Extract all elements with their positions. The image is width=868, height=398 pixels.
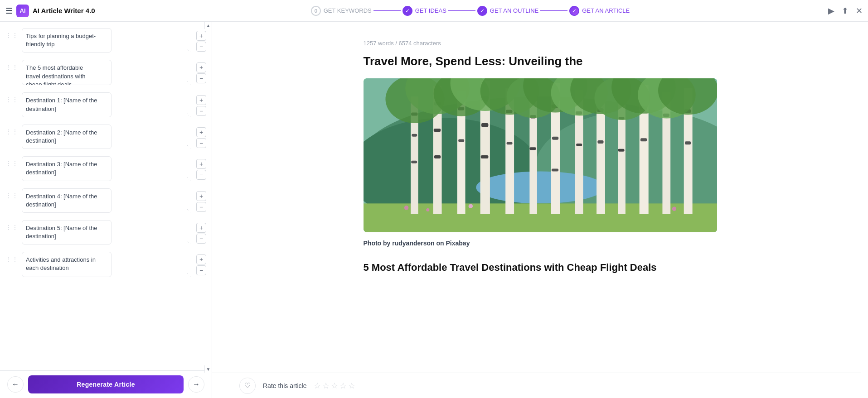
add-item-button[interactable]: + xyxy=(196,62,206,72)
list-item: ⋮⋮ Tips for planning a budget-friendly t… xyxy=(0,25,212,57)
remove-item-button[interactable]: − xyxy=(196,234,206,244)
item-actions: + − xyxy=(196,188,206,212)
add-item-button[interactable]: + xyxy=(196,127,206,137)
app-logo: AI xyxy=(16,5,29,17)
star-4[interactable]: ☆ xyxy=(339,381,347,391)
step-keywords[interactable]: 0 GET KEYWORDS xyxy=(311,6,372,16)
remove-item-button[interactable]: − xyxy=(196,170,206,180)
list-item: ⋮⋮ Destination 3: [Name of the destinati… xyxy=(0,153,212,185)
drag-handle[interactable]: ⋮⋮ xyxy=(5,92,18,103)
heart-button[interactable]: ♡ xyxy=(239,378,256,394)
remove-item-button[interactable]: − xyxy=(196,106,206,116)
step-line-2 xyxy=(448,10,475,11)
svg-point-8 xyxy=(468,204,472,208)
item-actions: + − xyxy=(196,28,206,52)
outline-input-1[interactable]: Tips for planning a budget-friendly trip xyxy=(22,28,112,53)
step-outline[interactable]: ✓ GET AN OUTLINE xyxy=(477,6,538,16)
add-item-button[interactable]: + xyxy=(196,254,206,264)
close-icon[interactable]: ✕ xyxy=(856,6,863,16)
remove-item-button[interactable]: − xyxy=(196,265,206,275)
header: ☰ AI AI Article Writer 4.0 0 GET KEYWORD… xyxy=(0,0,868,22)
article-content: 1257 words / 6574 characters Travel More… xyxy=(336,22,744,328)
article-title: Travel More, Spend Less: Unveiling the xyxy=(364,54,717,69)
resize-handle[interactable]: ⋱ xyxy=(187,209,191,213)
svg-rect-52 xyxy=(685,141,691,144)
left-panel: ⋮⋮ Tips for planning a budget-friendly t… xyxy=(0,22,212,398)
drag-handle[interactable]: ⋮⋮ xyxy=(5,220,18,231)
outline-input-2[interactable]: The 5 most affordable travel destination… xyxy=(22,60,112,85)
step-article[interactable]: ✓ GET AN ARTICLE xyxy=(569,6,630,16)
star-2[interactable]: ☆ xyxy=(322,381,330,391)
drag-handle[interactable]: ⋮⋮ xyxy=(5,252,18,263)
rate-label: Rate this article xyxy=(263,382,306,389)
outline-input-3[interactable]: Destination 1: [Name of the destination] xyxy=(22,92,112,117)
forward-button[interactable]: → xyxy=(188,376,204,393)
outline-list: ⋮⋮ Tips for planning a budget-friendly t… xyxy=(0,22,212,370)
word-count: 1257 words / 6574 characters xyxy=(364,40,717,47)
step-label-article: GET AN ARTICLE xyxy=(582,7,630,14)
step-line-1 xyxy=(373,10,401,11)
svg-point-7 xyxy=(426,208,429,211)
svg-point-9 xyxy=(672,206,676,211)
resize-handle[interactable]: ⋱ xyxy=(187,273,191,278)
bottom-controls: ← Regenerate Article → xyxy=(0,370,212,398)
add-item-button[interactable]: + xyxy=(196,191,206,201)
article-image xyxy=(364,78,717,232)
resize-handle[interactable]: ⋱ xyxy=(187,48,191,53)
remove-item-button[interactable]: − xyxy=(196,202,206,212)
star-3[interactable]: ☆ xyxy=(331,381,338,391)
remove-item-button[interactable]: − xyxy=(196,73,206,83)
drag-handle[interactable]: ⋮⋮ xyxy=(5,28,18,39)
resize-handle[interactable]: ⋱ xyxy=(187,240,191,245)
resize-handle[interactable]: ⋱ xyxy=(187,81,191,86)
resize-handle[interactable]: ⋱ xyxy=(187,113,191,118)
add-item-button[interactable]: + xyxy=(196,95,206,105)
regenerate-button[interactable]: Regenerate Article xyxy=(28,375,184,393)
remove-item-button[interactable]: − xyxy=(196,138,206,148)
drag-handle[interactable]: ⋮⋮ xyxy=(5,188,18,199)
scroll-down-arrow[interactable]: ▼ xyxy=(204,365,212,373)
add-item-button[interactable]: + xyxy=(196,223,206,233)
play-icon[interactable]: ▶ xyxy=(828,6,834,16)
resize-handle[interactable]: ⋱ xyxy=(187,145,191,149)
drag-handle[interactable]: ⋮⋮ xyxy=(5,60,18,71)
outline-input-4[interactable]: Destination 2: [Name of the destination] xyxy=(22,125,112,149)
back-button[interactable]: ← xyxy=(7,376,24,393)
remove-item-button[interactable]: − xyxy=(196,42,206,52)
outline-input-6[interactable]: Destination 4: [Name of the destination] xyxy=(22,188,112,213)
item-wrapper: The 5 most affordable travel destination… xyxy=(22,60,193,87)
resize-handle[interactable]: ⋱ xyxy=(187,177,191,182)
header-left: ☰ AI AI Article Writer 4.0 xyxy=(5,5,132,17)
upload-icon[interactable]: ⬆ xyxy=(842,6,849,16)
star-1[interactable]: ☆ xyxy=(314,381,321,391)
list-item: ⋮⋮ Destination 1: [Name of the destinati… xyxy=(0,90,212,121)
item-actions: + − xyxy=(196,125,206,148)
add-item-button[interactable]: + xyxy=(196,31,206,41)
outline-input-5[interactable]: Destination 3: [Name of the destination] xyxy=(22,156,112,181)
drag-handle[interactable]: ⋮⋮ xyxy=(5,156,18,167)
star-5[interactable]: ☆ xyxy=(348,381,355,391)
step-circle-article: ✓ xyxy=(569,6,579,16)
step-label-keywords: GET KEYWORDS xyxy=(324,7,372,14)
step-ideas[interactable]: ✓ GET IDEAS xyxy=(402,6,446,16)
add-item-button[interactable]: + xyxy=(196,159,206,169)
item-actions: + − xyxy=(196,92,206,116)
svg-rect-17 xyxy=(433,129,440,132)
item-wrapper: Destination 1: [Name of the destination]… xyxy=(22,92,193,119)
outline-input-8[interactable]: Activities and attractions in each desti… xyxy=(22,252,112,277)
scroll-up-arrow[interactable]: ▲ xyxy=(204,22,212,29)
list-item: ⋮⋮ Destination 5: [Name of the destinati… xyxy=(0,217,212,249)
rating-bar: ♡ Rate this article ☆ ☆ ☆ ☆ ☆ xyxy=(212,373,861,398)
menu-icon[interactable]: ☰ xyxy=(5,6,13,16)
header-right: ▶ ⬆ ✕ xyxy=(808,6,863,16)
step-label-outline: GET AN OUTLINE xyxy=(490,7,538,14)
svg-rect-47 xyxy=(640,138,647,141)
item-wrapper: Destination 2: [Name of the destination]… xyxy=(22,125,193,151)
drag-handle[interactable]: ⋮⋮ xyxy=(5,125,18,135)
app-title: AI Article Writer 4.0 xyxy=(33,7,95,14)
svg-rect-28 xyxy=(506,142,512,144)
svg-point-6 xyxy=(404,206,408,210)
item-wrapper: Destination 3: [Name of the destination]… xyxy=(22,156,193,182)
step-line-3 xyxy=(540,10,567,11)
outline-input-7[interactable]: Destination 5: [Name of the destination] xyxy=(22,220,112,245)
